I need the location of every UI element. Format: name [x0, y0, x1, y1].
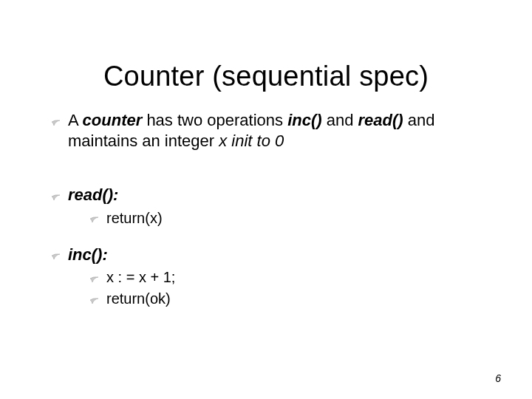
- spacer: [52, 233, 495, 240]
- bullet-list: A counter has two operations inc() and r…: [52, 110, 495, 309]
- text-run: inc(): [287, 111, 321, 129]
- text-run: x : = x + 1;: [106, 269, 175, 285]
- leaf-bullet-icon: [90, 296, 98, 304]
- text-run: x init to 0: [219, 132, 284, 150]
- slide: Counter (sequential spec) A counter has …: [0, 0, 532, 399]
- text-run: read():: [68, 185, 118, 204]
- text-run: return(x): [106, 210, 163, 226]
- text-run: has two operations: [142, 111, 287, 129]
- text-run: read(): [358, 111, 403, 129]
- text-run: and: [322, 111, 358, 129]
- list-item: return(x): [90, 208, 495, 228]
- leaf-bullet-icon: [52, 118, 60, 126]
- text-run: inc():: [68, 245, 108, 264]
- leaf-bullet-icon: [52, 193, 60, 200]
- leaf-bullet-icon: [90, 215, 98, 222]
- page-number: 6: [495, 372, 501, 384]
- list-item: return(ok): [90, 289, 495, 309]
- bullet-sublist: x : = x + 1; return(ok): [90, 267, 495, 309]
- bullet-sublist: return(x): [90, 208, 495, 228]
- leaf-bullet-icon: [52, 252, 60, 259]
- list-item: read(): return(x): [52, 185, 495, 228]
- text-run: counter: [83, 111, 143, 129]
- list-item: x : = x + 1;: [90, 267, 495, 287]
- text-run: A: [68, 111, 83, 129]
- list-item: A counter has two operations inc() and r…: [52, 110, 495, 151]
- leaf-bullet-icon: [90, 275, 98, 282]
- list-item: inc(): x : = x + 1; return(ok): [52, 245, 495, 310]
- slide-title: Counter (sequential spec): [15, 0, 517, 92]
- text-run: return(ok): [106, 290, 171, 307]
- spacer: [52, 155, 495, 180]
- slide-content: A counter has two operations inc() and r…: [15, 110, 517, 309]
